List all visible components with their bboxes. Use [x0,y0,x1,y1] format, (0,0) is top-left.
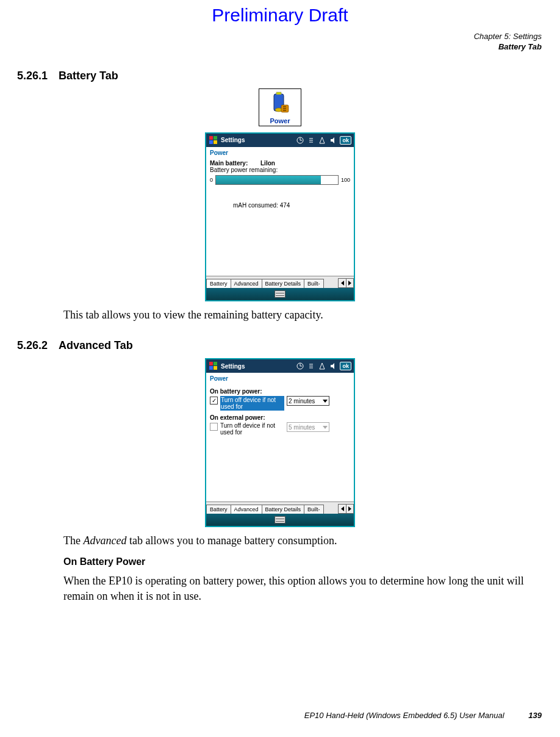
sip-bar [206,514,354,526]
tab-builtin[interactable]: Built- [304,279,324,288]
sync-icon[interactable] [307,136,315,145]
power-icon: Power [259,88,301,126]
svg-rect-4 [209,136,213,140]
tabbar: Battery Advanced Battery Details Built- [206,502,354,514]
volume-icon[interactable] [329,362,337,370]
chapter-header: Chapter 5: Settings Battery Tab [0,32,560,52]
ok-button[interactable]: ok [340,136,351,145]
volume-icon[interactable] [329,136,337,145]
progress-max: 100 [341,177,350,183]
keyboard-icon[interactable] [275,290,285,298]
tab-scroll-right-icon[interactable] [346,279,353,287]
battery-remaining-label: Battery power remaining: [210,167,350,173]
tab-advanced[interactable]: Advanced [231,505,262,514]
on-battery-timeout-value: 2 minutes [289,398,315,404]
footer-page-number: 139 [528,711,542,720]
battery-tab-description: This tab allows you to view the remainin… [63,307,537,322]
on-battery-power-heading: On Battery Power [63,556,543,567]
tab-builtin[interactable]: Built- [304,505,324,514]
app-title-power: Power [206,147,354,159]
section-title: Advanced Tab [59,339,133,351]
on-external-timeout-dropdown: 5 minutes [287,422,329,432]
tab-battery[interactable]: Battery [206,279,231,288]
on-external-turnoff-text: Turn off device if not used for [220,422,284,436]
page-footer: EP10 Hand-Held (Windows Embedded 6.5) Us… [304,711,542,720]
footer-manual-title: EP10 Hand-Held (Windows Embedded 6.5) Us… [304,711,504,720]
sip-bar [206,288,354,300]
titlebar: Settings ok [206,359,354,373]
connectivity-icon[interactable] [296,362,304,370]
screenshot-battery-tab: Settings ok Power Main battery: LiIon Ba… [205,132,355,301]
chapter-line: Chapter 5: Settings [0,32,542,42]
signal-icon[interactable] [318,136,326,145]
tab-scroll[interactable] [338,278,354,288]
titlebar: Settings ok [206,134,354,147]
chevron-down-icon [323,400,328,403]
screenshot-advanced-tab: Settings ok Power On battery power: ✓ Tu… [205,358,355,527]
section-heading-advanced-tab: 5.26.2Advanced Tab [17,339,543,352]
section-heading-battery-tab: 5.26.1Battery Tab [17,70,543,82]
power-icon-label: Power [262,117,298,124]
svg-rect-10 [214,362,217,365]
app-title-power: Power [206,373,354,384]
on-battery-timeout-dropdown[interactable]: 2 minutes [287,396,329,406]
keyboard-icon[interactable] [275,516,285,523]
sync-icon[interactable] [307,362,315,370]
on-external-power-label: On external power: [210,414,350,421]
svg-rect-11 [209,366,213,370]
tab-battery-details[interactable]: Battery Details [262,279,305,288]
signal-icon[interactable] [318,362,326,370]
battery-icon [268,92,292,116]
section-number: 5.26.2 [17,339,48,351]
advanced-tab-description: The Advanced tab allows you to manage ba… [63,533,537,548]
svg-rect-5 [214,136,217,140]
section-number: 5.26.1 [17,70,48,82]
tab-battery[interactable]: Battery [206,505,231,514]
titlebar-title: Settings [221,137,245,143]
ok-button[interactable]: ok [340,362,351,370]
connectivity-icon[interactable] [296,136,304,145]
chapter-section: Battery Tab [0,42,542,52]
tab-scroll[interactable] [338,504,354,514]
svg-rect-9 [209,362,213,365]
main-battery-value: LiIon [260,160,275,167]
windows-start-icon[interactable] [209,135,218,145]
tab-advanced[interactable]: Advanced [231,279,262,288]
svg-rect-6 [209,140,213,144]
section-title: Battery Tab [59,70,118,82]
draft-banner: Preliminary Draft [0,0,560,29]
on-battery-power-label: On battery power: [210,388,350,395]
main-battery-label: Main battery: [210,160,248,167]
svg-rect-7 [214,140,217,144]
on-battery-checkbox[interactable]: ✓ [210,397,218,404]
svg-rect-12 [214,366,217,370]
on-external-checkbox[interactable] [210,423,218,431]
on-external-timeout-value: 5 minutes [289,424,315,431]
tab-scroll-left-icon[interactable] [339,279,346,287]
tab-scroll-left-icon[interactable] [339,505,346,513]
battery-progress-bar [215,175,339,185]
on-battery-power-body: When the EP10 is operating on battery po… [63,573,537,603]
tab-battery-details[interactable]: Battery Details [262,505,305,514]
mah-consumed: mAH consumed: 474 [233,202,350,209]
svg-rect-1 [276,92,281,95]
windows-start-icon[interactable] [209,361,218,371]
tab-scroll-right-icon[interactable] [346,505,353,513]
titlebar-title: Settings [221,363,245,370]
tabbar: Battery Advanced Battery Details Built- [206,276,354,288]
on-battery-turnoff-text: Turn off device if not used for [220,396,284,411]
progress-min: 0 [210,177,213,183]
chevron-down-icon [323,426,328,429]
